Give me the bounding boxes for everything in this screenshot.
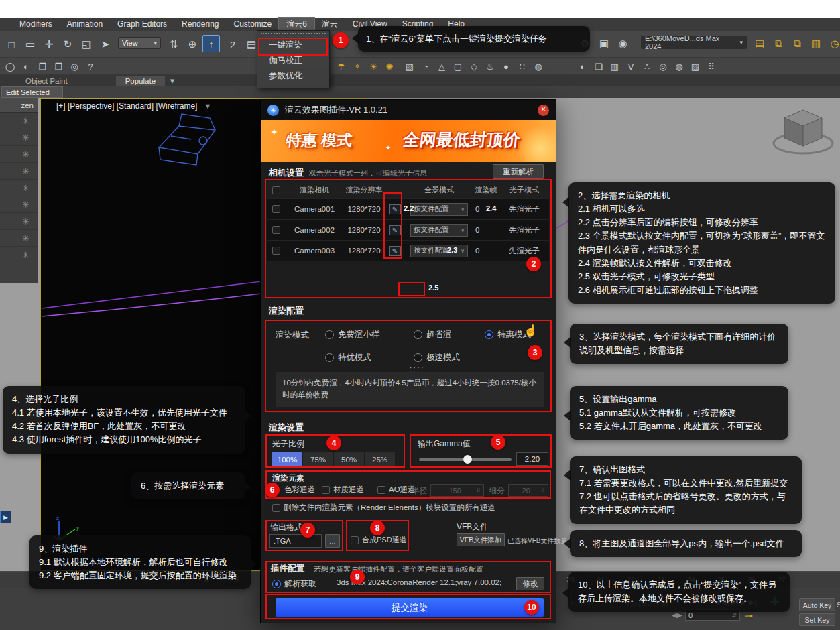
radio-icon[interactable] [414, 330, 422, 339]
paint-deform-icon[interactable]: ◐ [19, 60, 34, 73]
snaps-toggle-icon[interactable]: 2 [224, 36, 241, 53]
radio-icon[interactable] [272, 580, 281, 588]
frame-count[interactable]: 0 [473, 226, 499, 234]
select-and-place-icon[interactable]: ↑ [202, 35, 220, 52]
project-folder-dropdown[interactable]: E:\360MoveD...ds Max 2024 ▾ [641, 36, 747, 49]
freeze-icon[interactable]: ✳ [0, 230, 38, 247]
psd-checkbox[interactable] [351, 536, 359, 544]
reparse-button[interactable]: 重新解析 [493, 164, 544, 179]
format-field[interactable]: .TGA [269, 534, 322, 548]
menubar-item[interactable]: Rendering [174, 18, 226, 31]
render-mode-option[interactable]: 特优模式 [325, 352, 371, 363]
reference-coordinate-dropdown[interactable]: View ▾ [118, 37, 161, 49]
menubar-item[interactable]: 渲云6 [279, 18, 314, 31]
ratio-button[interactable]: 25% [365, 452, 396, 466]
key-filter-icon[interactable]: ⊶ [744, 611, 753, 621]
scatter-icon[interactable]: ∴ [640, 60, 654, 73]
menubar-item[interactable]: Modifiers [12, 18, 60, 31]
lasso-select-region-icon[interactable]: ▭ [21, 36, 39, 53]
play-button-sliver[interactable]: ▶ [0, 511, 11, 523]
delete-elements-option[interactable]: 删除文件内渲染元素（Render Elenents）模块设置的所有通道 [272, 503, 495, 513]
tab-populate[interactable]: Populate [116, 76, 165, 86]
viewport-label[interactable]: [+] [Perspective] [Standard] [Wireframe]… [56, 101, 211, 111]
freeze-icon[interactable]: ✳ [0, 180, 38, 196]
menu-tearoff-handle[interactable] [261, 33, 326, 34]
photon-mode[interactable]: 先渲光子 [499, 225, 549, 235]
browse-format-button[interactable]: ... [325, 534, 340, 548]
placement-target-icon[interactable]: ◎ [656, 60, 670, 73]
freeze-icon[interactable]: ✳ [0, 113, 38, 129]
geometry-sphere-icon[interactable]: ◔ [418, 60, 433, 73]
camera-table-row[interactable]: Camera003 1280*720 ✎ 按文件配置∨ 0 先渲光子 [267, 240, 549, 261]
color-channel-option[interactable]: 色彩通道 [284, 485, 315, 495]
select-all-checkbox[interactable] [272, 186, 280, 194]
shape-icon[interactable]: ◇ [467, 60, 481, 73]
auto-key-button[interactable]: Auto Key [799, 598, 835, 611]
camera-table-row[interactable]: Camera002 1280*720 ✎ 按文件配置∨ 0 先渲光子 [267, 219, 549, 240]
scene-export-icon[interactable]: ▥ [807, 35, 825, 52]
pano-mode-select[interactable]: 按文件配置∨ [410, 224, 468, 237]
material-sphere-icon[interactable]: ● [499, 60, 514, 73]
ratio-button[interactable]: 50% [334, 452, 365, 466]
material-channel-option[interactable]: 材质通道 [322, 485, 364, 495]
save-clock-icon[interactable]: ◷ [826, 35, 840, 52]
gamma-value-field[interactable]: 2.20 [516, 452, 548, 466]
menubar-item[interactable]: 渲云 [314, 18, 345, 31]
camera-checkbox[interactable] [272, 226, 280, 234]
explorer-frozen-header[interactable]: zen [0, 98, 38, 113]
gamma-slider-thumb[interactable] [463, 455, 472, 464]
freeze-icon[interactable]: ✳ [0, 163, 38, 180]
docked-window-icon[interactable]: ❐ [51, 60, 66, 73]
view-cube[interactable] [770, 105, 837, 162]
menubar-item[interactable]: Animation [60, 18, 110, 31]
display-monitor-icon[interactable]: ▥ [607, 60, 622, 73]
geometry-box-icon[interactable]: ▧ [402, 60, 417, 73]
geometry-pyramid-icon[interactable]: △ [434, 60, 449, 73]
select-and-scale-icon[interactable]: ◱ [78, 36, 95, 53]
gamma-slider[interactable] [419, 458, 512, 461]
ao-channel-checkbox[interactable] [377, 486, 385, 494]
radio-icon[interactable] [485, 330, 493, 339]
pivot-toggle-icon[interactable]: ⇅ [165, 36, 182, 53]
pano-mode-select[interactable]: 按文件配置∨ [410, 245, 468, 257]
particle-dots-icon[interactable]: ∷ [515, 60, 530, 73]
fire-effect-icon[interactable]: ♨ [483, 60, 497, 73]
frame-count[interactable]: 0 [473, 247, 499, 255]
palette-icon[interactable]: ◐ [575, 60, 590, 73]
rendered-frame-window-icon[interactable]: ▣ [595, 35, 613, 52]
gear-sphere-icon[interactable]: ◍ [531, 60, 546, 73]
delete-elements-checkbox[interactable] [272, 504, 280, 512]
menubar-item[interactable]: Graph Editors [110, 18, 174, 31]
frame-step-arrows[interactable]: ◀▶ [672, 611, 682, 619]
ribbon-media-icon[interactable]: ▾ [165, 74, 180, 88]
render-mode-option[interactable]: 超省渲 [414, 329, 452, 340]
submit-render-button[interactable]: 提交渲染 [276, 598, 544, 617]
photon-mode[interactable]: 先渲光子 [499, 246, 549, 256]
camera-checkbox[interactable] [272, 247, 280, 255]
ratio-button[interactable]: 75% [303, 452, 334, 466]
material-channel-checkbox[interactable] [322, 486, 330, 494]
camera-icon[interactable]: ▢ [451, 60, 465, 73]
select-and-manipulate-icon[interactable]: ⊕ [184, 36, 201, 53]
radio-icon[interactable] [325, 330, 334, 339]
array-dots-icon[interactable]: ⠿ [704, 60, 719, 73]
yun-menu-item[interactable]: 参数优化 [257, 68, 329, 84]
scene-folder-icon[interactable]: ▤ [751, 35, 768, 52]
render-production-teapot-icon[interactable]: ◉ [614, 35, 632, 52]
dialog-titlebar[interactable]: ✳ 渲云效果图插件-VR 1.0.21 × [261, 100, 556, 120]
parse-env-option[interactable]: 解析获取 [272, 578, 316, 590]
filter-funnel-icon[interactable]: ▼ [204, 102, 211, 110]
scene-import-icon[interactable]: ⧉ [770, 35, 787, 52]
freeze-icon[interactable]: ✳ [0, 196, 38, 213]
select-and-move-icon[interactable]: ✛ [40, 36, 58, 53]
radio-icon[interactable] [414, 353, 422, 362]
freeze-icon[interactable]: ✳ [0, 213, 38, 230]
sun-positioner-icon[interactable]: ☀ [366, 60, 381, 73]
light-umbrella-icon[interactable]: ☂ [334, 60, 349, 73]
freeze-icon[interactable]: ✳ [0, 129, 38, 146]
select-and-rotate-icon[interactable]: ↻ [59, 36, 76, 53]
scene-link-icon[interactable]: ⧉ [788, 35, 806, 52]
smart-select-icon[interactable]: ➤ [97, 36, 114, 53]
tab-object-paint[interactable]: Object Paint [16, 76, 77, 86]
render-mode-option[interactable]: 极速模式 [414, 352, 460, 363]
